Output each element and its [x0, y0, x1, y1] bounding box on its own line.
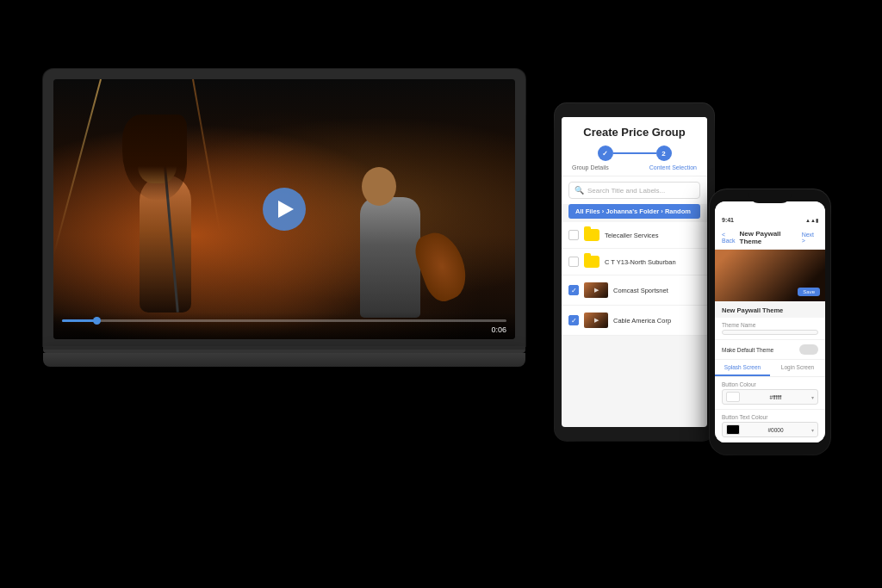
progress-bar[interactable]	[62, 319, 506, 322]
list-item-text-4: Cable America Corp	[613, 317, 700, 325]
video-thumb-3	[584, 282, 608, 298]
phone-concert-thumbnail: Save	[715, 250, 825, 301]
phone-theme-name-label: Theme Name	[722, 322, 818, 328]
guitarist-body	[360, 197, 420, 318]
phone-default-theme-row: Make Default Theme	[715, 340, 825, 360]
tablet-content-list: Telecaller Services C T Y13-North Suburb…	[562, 222, 707, 336]
video-controls: 0:06	[53, 313, 515, 339]
list-checkbox-1[interactable]	[568, 230, 579, 240]
phone-header-title: New Paywall Theme	[740, 230, 802, 245]
folder-icon-2	[584, 256, 599, 268]
phone-screen: 9:41 ▲▲▮ < Back New Paywall Theme Next >…	[715, 201, 825, 443]
tablet-title: Create Price Group	[570, 126, 699, 139]
phone-notch	[748, 189, 792, 203]
step-1-label: Group Details	[572, 164, 609, 170]
step-labels: Group Details Content Selection	[570, 164, 699, 170]
phone-button-color-label: Button Colour	[722, 381, 818, 387]
list-item-text-2: C T Y13-North Suburban	[605, 258, 700, 266]
folder-icon-1	[584, 229, 599, 241]
tablet-bezel: Create Price Group ✓ 2 Group Details Con…	[555, 103, 714, 441]
phone-time: 9:41	[722, 217, 734, 223]
laptop-bezel: 0:06	[43, 69, 525, 346]
video-time: 0:06	[62, 325, 506, 334]
tablet: Create Price Group ✓ 2 Group Details Con…	[555, 103, 714, 441]
singer-figure	[122, 123, 260, 313]
guitarist-head	[362, 167, 396, 206]
tablet-screen: Create Price Group ✓ 2 Group Details Con…	[562, 117, 707, 427]
laptop-base	[43, 346, 525, 353]
phone-button-color-select[interactable]: #ffffff ▾	[722, 389, 818, 405]
phone-tabs: Splash Screen Login Screen	[715, 360, 825, 377]
step-1-circle: ✓	[598, 145, 613, 161]
phone-chevron-down-icon: ▾	[811, 394, 814, 400]
breadcrumb-text: All Files › Johanna's Folder › Random	[575, 207, 691, 215]
phone-default-label: Make Default Theme	[722, 347, 773, 353]
phone-next-button[interactable]: Next >	[802, 232, 818, 244]
phone-theme-name-group: Theme Name	[715, 318, 825, 340]
list-item-text-3: Comcast Sportsnet	[613, 287, 700, 294]
laptop: 0:06	[43, 69, 525, 367]
video-thumb-4	[584, 313, 608, 328]
list-checkbox-3[interactable]	[568, 285, 579, 295]
phone-tab-login[interactable]: Login Screen	[770, 360, 825, 376]
list-item[interactable]: Comcast Sportsnet	[562, 275, 707, 306]
step-line	[613, 152, 656, 154]
stage-light-1	[53, 79, 102, 330]
phone-tab-splash[interactable]: Splash Screen	[715, 360, 770, 376]
phone-default-toggle[interactable]	[799, 344, 818, 355]
phone-button-color-group: Button Colour #ffffff ▾	[715, 377, 825, 410]
singer-hair	[122, 115, 187, 201]
phone-color-swatch-2	[726, 424, 740, 435]
concert-video-bg: 0:06	[53, 79, 515, 339]
guitarist-figure	[343, 163, 446, 318]
laptop-bottom	[43, 353, 525, 367]
phone-back-button[interactable]: < Back	[722, 232, 740, 244]
list-checkbox-2[interactable]	[568, 257, 579, 267]
progress-dot	[93, 317, 101, 325]
phone: 9:41 ▲▲▮ < Back New Paywall Theme Next >…	[710, 189, 830, 455]
tablet-search-area: 🔍 Search Title and Labels...	[562, 176, 707, 204]
phone-chevron-down-icon-2: ▾	[811, 427, 814, 433]
tablet-header: Create Price Group ✓ 2 Group Details Con…	[562, 117, 707, 176]
phone-signal-icons: ▲▲▮	[805, 217, 818, 223]
phone-theme-name-input[interactable]	[722, 330, 818, 335]
list-item[interactable]: C T Y13-North Suburban	[562, 249, 707, 275]
list-item-text-1: Telecaller Services	[605, 232, 700, 239]
laptop-screen: 0:06	[53, 79, 515, 339]
search-icon: 🔍	[575, 186, 584, 195]
phone-button-text-color-select[interactable]: #0000 ▾	[722, 422, 818, 437]
phone-status-bar: 9:41 ▲▲▮	[715, 201, 825, 226]
phone-bezel: 9:41 ▲▲▮ < Back New Paywall Theme Next >…	[710, 189, 830, 455]
list-checkbox-4[interactable]	[568, 315, 579, 325]
step-2-circle: 2	[656, 145, 672, 161]
phone-save-button[interactable]: Save	[798, 288, 820, 296]
phone-header-bar: < Back New Paywall Theme Next >	[715, 226, 825, 250]
play-icon	[278, 201, 294, 218]
search-placeholder-text: Search Title and Labels...	[587, 187, 665, 195]
progress-fill	[62, 319, 97, 322]
phone-button-color-value: #ffffff	[770, 394, 782, 400]
scene: 0:06 Create Price Group ✓ 2	[0, 0, 882, 588]
search-box[interactable]: 🔍 Search Title and Labels...	[568, 182, 700, 199]
phone-button-text-color-group: Button Text Colour #0000 ▾	[715, 410, 825, 443]
tablet-stepper: ✓ 2	[570, 145, 699, 161]
tablet-breadcrumb[interactable]: All Files › Johanna's Folder › Random	[568, 204, 700, 219]
phone-color-swatch-1	[726, 392, 740, 402]
list-item[interactable]: Telecaller Services	[562, 222, 707, 249]
phone-button-text-color-label: Button Text Colour	[722, 414, 818, 420]
laptop-hinge	[43, 346, 525, 350]
phone-button-text-color-value: #0000	[767, 427, 783, 433]
play-button[interactable]	[263, 188, 306, 231]
list-item[interactable]: Cable America Corp	[562, 306, 707, 336]
step-2-label: Content Selection	[649, 164, 697, 170]
phone-section-label: New Paywall Theme	[715, 301, 825, 318]
